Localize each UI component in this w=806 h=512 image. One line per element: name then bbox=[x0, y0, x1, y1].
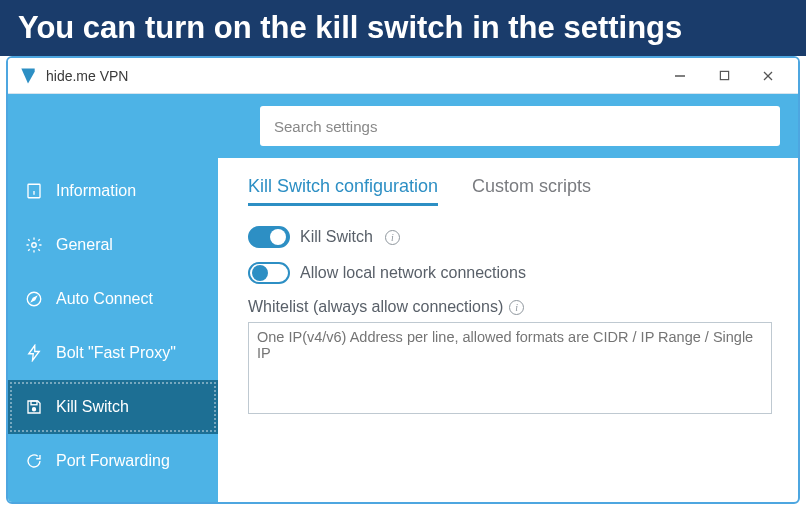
search-bar-row bbox=[8, 94, 798, 158]
title-bar: hide.me VPN bbox=[8, 58, 798, 94]
maximize-button[interactable] bbox=[702, 61, 746, 91]
sidebar-item-kill-switch[interactable]: Kill Switch bbox=[8, 380, 218, 434]
content-tabs: Kill Switch configuration Custom scripts bbox=[248, 176, 772, 206]
kill-switch-toggle-label: Kill Switch bbox=[300, 228, 373, 246]
svg-marker-9 bbox=[32, 297, 37, 302]
window-title: hide.me VPN bbox=[46, 68, 128, 84]
information-icon bbox=[24, 181, 44, 201]
settings-content: Kill Switch configuration Custom scripts… bbox=[218, 158, 798, 502]
sidebar-item-label: Kill Switch bbox=[56, 398, 129, 416]
sidebar-item-label: General bbox=[56, 236, 113, 254]
app-window: hide.me VPN Information bbox=[6, 56, 800, 504]
instructional-banner: You can turn on the kill switch in the s… bbox=[0, 0, 806, 56]
sidebar-item-bolt-proxy[interactable]: Bolt "Fast Proxy" bbox=[8, 326, 218, 380]
close-button[interactable] bbox=[746, 61, 790, 91]
info-icon[interactable]: i bbox=[385, 230, 400, 245]
search-input[interactable] bbox=[260, 106, 780, 146]
sidebar-item-port-forwarding[interactable]: Port Forwarding bbox=[8, 434, 218, 488]
tab-kill-switch-config[interactable]: Kill Switch configuration bbox=[248, 176, 438, 206]
gear-icon bbox=[24, 235, 44, 255]
sidebar-item-label: Information bbox=[56, 182, 136, 200]
refresh-icon bbox=[24, 451, 44, 471]
svg-point-12 bbox=[33, 408, 36, 411]
sidebar-item-auto-connect[interactable]: Auto Connect bbox=[8, 272, 218, 326]
compass-icon bbox=[24, 289, 44, 309]
sidebar-item-label: Port Forwarding bbox=[56, 452, 170, 470]
app-logo-icon bbox=[18, 66, 38, 86]
svg-rect-11 bbox=[31, 401, 37, 405]
sidebar-item-general[interactable]: General bbox=[8, 218, 218, 272]
bolt-icon bbox=[24, 343, 44, 363]
sidebar-item-label: Bolt "Fast Proxy" bbox=[56, 344, 176, 362]
save-disk-icon bbox=[24, 397, 44, 417]
info-icon[interactable]: i bbox=[509, 300, 524, 315]
kill-switch-toggle[interactable] bbox=[248, 226, 290, 248]
whitelist-label: Whitelist (always allow connections) bbox=[248, 298, 503, 316]
minimize-button[interactable] bbox=[658, 61, 702, 91]
svg-point-7 bbox=[32, 243, 37, 248]
svg-rect-1 bbox=[720, 71, 728, 79]
tab-custom-scripts[interactable]: Custom scripts bbox=[472, 176, 591, 206]
whitelist-textarea[interactable] bbox=[248, 322, 772, 414]
svg-marker-10 bbox=[29, 346, 40, 361]
allow-local-toggle[interactable] bbox=[248, 262, 290, 284]
sidebar-item-label: Auto Connect bbox=[56, 290, 153, 308]
allow-local-toggle-label: Allow local network connections bbox=[300, 264, 526, 282]
settings-sidebar: Information General Auto Connect Bolt "F… bbox=[8, 158, 218, 502]
sidebar-item-information[interactable]: Information bbox=[8, 164, 218, 218]
